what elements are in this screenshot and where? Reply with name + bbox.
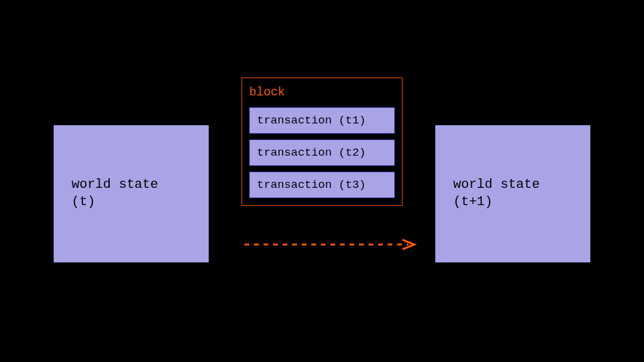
world-state-after-line2: (t+1) [453,194,590,211]
transaction-item: transaction (t3) [249,172,395,198]
world-state-after-line1: world state [453,177,590,194]
world-state-after: world state (t+1) [435,125,590,262]
block-container: block transaction (t1) transaction (t2) … [242,78,402,206]
transaction-item: transaction (t2) [249,140,395,166]
block-label: block [249,85,395,99]
world-state-before: world state (t) [54,125,209,262]
transition-arrow-icon [242,239,420,250]
world-state-before-line1: world state [72,177,209,194]
world-state-before-line2: (t) [72,194,209,211]
transaction-item: transaction (t1) [249,107,395,134]
